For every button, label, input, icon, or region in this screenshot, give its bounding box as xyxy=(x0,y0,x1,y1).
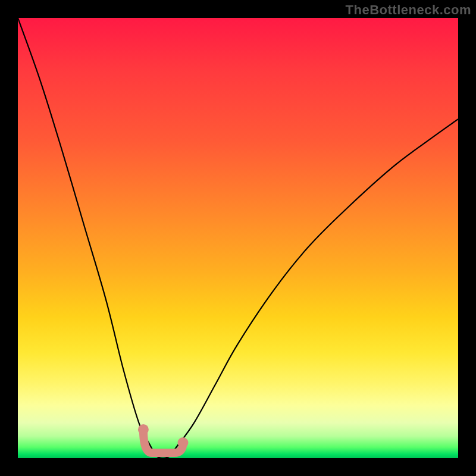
optimal-range-dot-left xyxy=(138,424,149,435)
plot-area xyxy=(18,18,458,458)
optimal-range-marker xyxy=(143,430,183,453)
watermark-text: TheBottleneck.com xyxy=(346,2,471,18)
chart-frame: TheBottleneck.com xyxy=(0,0,476,476)
curve-layer xyxy=(18,18,458,458)
bottleneck-curve xyxy=(18,18,458,458)
optimal-range-dot-right xyxy=(178,437,189,448)
